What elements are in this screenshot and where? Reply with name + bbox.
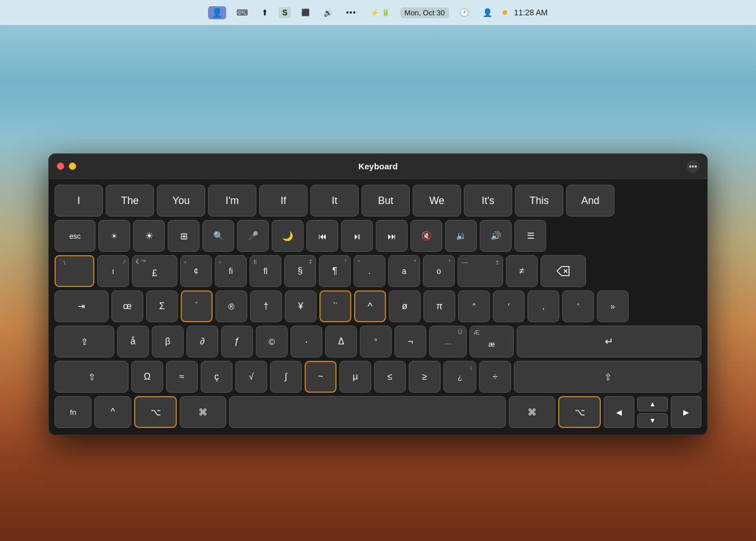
key-omega[interactable]: Ω [131,361,163,393]
key-guillemets[interactable]: » [597,290,629,322]
key-laquo[interactable]: ‹ ¢ [180,255,212,287]
key-shift-right[interactable]: ⇧ [514,361,701,393]
key-sqrt[interactable]: √ [235,361,267,393]
key-rsquo[interactable]: ' [562,290,594,322]
key-ctrl[interactable]: ^ [94,396,131,428]
key-leq[interactable]: ≤ [374,361,406,393]
key-option-left[interactable]: ⌥ [134,396,177,428]
key-raquo[interactable]: › fi [215,255,247,287]
key-pilcrow[interactable]: ° ¶ [319,255,351,287]
key-word-you[interactable]: You [157,185,205,217]
menubar-clock[interactable]: 🕐 [456,7,472,18]
key-backspace[interactable] [541,255,586,287]
menubar-battery[interactable]: ⚡ 🔋 [367,7,393,18]
key-iquest[interactable]: ¡ ¿ [443,361,476,393]
key-lsquo[interactable]: ‚ [527,290,559,322]
key-ellipsis[interactable]: Ú … [429,326,467,357]
key-word-if[interactable]: If [259,185,308,217]
menubar-screenshare[interactable]: 👤 [208,6,226,19]
key-beta[interactable]: β [152,326,184,357]
menubar-user[interactable]: 👤 [479,7,496,18]
key-dotless-i[interactable]: ⁄ ı [97,255,129,287]
menubar-sketch[interactable]: S [279,7,290,18]
key-dnd[interactable]: 🌙 [272,220,304,252]
key-word-it[interactable]: It [310,185,359,217]
key-brightness-down[interactable]: ☀ [98,220,130,252]
key-fastforward[interactable]: ⏭ [376,220,408,252]
key-ccedil[interactable]: ç [201,361,232,393]
key-geq[interactable]: ≥ [409,361,441,393]
key-arrow-up[interactable]: ▲ [637,397,668,411]
key-registered[interactable]: ® [215,290,247,322]
key-euro-tm[interactable]: € ™ £ [132,255,177,287]
key-caret[interactable]: ^ [354,290,386,322]
key-word-this[interactable]: This [515,185,563,217]
key-word-but[interactable]: But [362,185,410,217]
key-word-i[interactable]: I [55,185,103,217]
key-florin[interactable]: ƒ [221,326,253,357]
key-yen[interactable]: ¥ [285,290,317,322]
key-mu[interactable]: μ [339,361,371,393]
key-word-we[interactable]: We [413,185,461,217]
minimize-button[interactable]: − [69,163,76,170]
key-prime[interactable]: ′ [493,290,525,322]
key-degree[interactable]: ° · [354,255,385,287]
key-delta[interactable]: Δ [325,326,357,357]
key-esc[interactable]: esc [55,220,95,252]
key-shift-left[interactable]: ⇧ [55,361,128,393]
key-search[interactable]: 🔍 [202,220,234,252]
key-integral[interactable]: ∫ [270,361,302,393]
key-cmd-right[interactable]: ⌘ [509,396,555,428]
key-dagger[interactable]: † [250,290,282,322]
key-caps[interactable]: ⇪ [55,326,114,357]
key-ostroke[interactable]: ø [389,290,421,322]
key-ring[interactable]: ° [360,326,392,357]
key-notsign[interactable]: ¬ [394,326,426,357]
key-div[interactable]: ÷ [479,361,511,393]
key-ordinal-a[interactable]: ˀ a [388,255,420,287]
key-tab[interactable]: ⇥ [55,290,109,322]
key-pi[interactable]: π [423,290,455,322]
key-ordinal-o[interactable]: ˀ o [423,255,455,287]
key-cmd-left[interactable]: ⌘ [180,396,226,428]
key-vol-up[interactable]: 🔊 [480,220,512,252]
key-menu[interactable]: ☰ [514,220,546,252]
key-copyright[interactable]: © [256,326,288,357]
key-word-and[interactable]: And [566,185,614,217]
key-arrow-right[interactable]: ▶ [671,396,701,428]
menubar-selection[interactable]: ⬛ [298,7,313,18]
key-rewind[interactable]: ⏮ [306,220,338,252]
key-dictation[interactable]: 🎤 [237,220,269,252]
menubar-keyboard-icon[interactable]: ⌨ [233,7,251,18]
key-playpause[interactable]: ⏯ [341,220,373,252]
key-em-dash[interactable]: — ± [458,255,503,287]
key-sigma[interactable]: Σ [146,290,178,322]
key-approx[interactable]: ≈ [166,361,198,393]
key-mission-control[interactable]: ⊞ [168,220,200,252]
key-vol-down[interactable]: 🔉 [445,220,477,252]
menubar-upload[interactable]: ⬆ [258,7,272,18]
key-neq[interactable]: ≠ [506,255,538,287]
key-backtick[interactable]: ` \ [55,255,94,287]
key-tilde[interactable]: ~ [305,361,337,393]
menubar-volume[interactable]: 🔊 [320,7,336,18]
close-button[interactable]: × [57,163,64,170]
key-dprime[interactable]: ″ [458,290,490,322]
key-fi-fl[interactable]: fi fl [250,255,281,287]
key-word-im[interactable]: I'm [208,185,256,217]
key-mute[interactable]: 🔇 [410,220,442,252]
key-arrow-down[interactable]: ▼ [637,413,668,428]
key-diaeresis[interactable]: ¨ [319,290,351,322]
key-space[interactable] [229,396,506,428]
key-fn[interactable]: fn [55,396,92,428]
key-aring[interactable]: å [117,326,149,357]
key-acute[interactable]: ´ [181,290,213,322]
key-partial[interactable]: ∂ [186,326,218,357]
key-option-right[interactable]: ⌥ [558,396,601,428]
key-ae[interactable]: Æ æ [470,326,514,357]
key-brightness-up[interactable]: ☀ [133,220,165,252]
key-arrow-left[interactable]: ◀ [604,396,634,428]
key-word-its[interactable]: It's [464,185,512,217]
key-enter[interactable]: ↵ [517,326,701,357]
key-interpunct[interactable]: · [290,326,322,357]
